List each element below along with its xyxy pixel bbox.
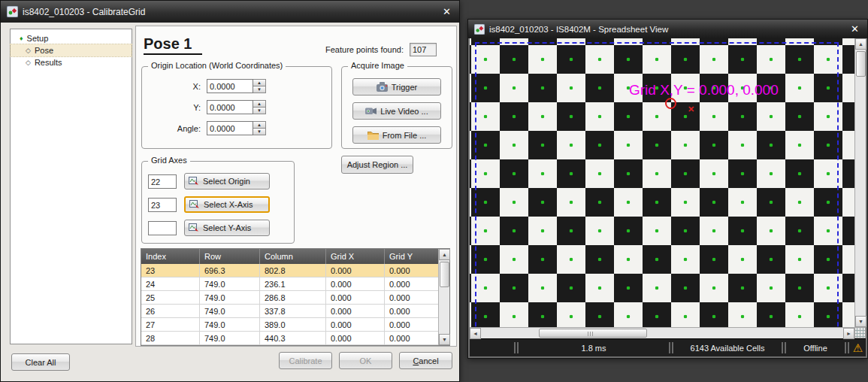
diamond-open-icon: ◇ bbox=[26, 47, 31, 54]
column-header[interactable]: Grid Y bbox=[385, 249, 438, 264]
trigger-button[interactable]: Trigger bbox=[352, 78, 441, 96]
y-axis-row: Select Y-Axis bbox=[148, 220, 294, 236]
spreadsheet-content: Grid X,Y = 0.000, 0.000 ✕ ▲ ▼ ◄ ► 1.8 ms bbox=[470, 38, 866, 356]
select-x-axis-button[interactable]: Select X-Axis bbox=[184, 196, 270, 213]
origin-marker-circle bbox=[665, 98, 676, 109]
feature-table-body: 23696.3802.80.0000.00024749.0236.10.0000… bbox=[141, 264, 438, 345]
table-row[interactable]: 23696.3802.80.0000.000 bbox=[141, 264, 438, 277]
table-cell: 0.000 bbox=[385, 332, 438, 345]
step-list: ♦ Setup ◇ Pose ◇ Results bbox=[10, 29, 132, 344]
table-row[interactable]: 27749.0389.00.0000.000 bbox=[141, 318, 438, 332]
scroll-up-icon[interactable]: ▲ bbox=[439, 249, 450, 260]
table-cell: 389.0 bbox=[260, 318, 326, 332]
y-field[interactable]: 0.0000 bbox=[207, 100, 253, 114]
from-file-button[interactable]: From File ... bbox=[352, 126, 441, 144]
horizontal-scrollbar[interactable]: ◄ ► bbox=[470, 327, 854, 338]
origin-axis-row: 22 Select Origin bbox=[148, 173, 294, 189]
scroll-down-icon[interactable]: ▼ bbox=[855, 316, 866, 327]
sidebar-item-setup[interactable]: ♦ Setup bbox=[11, 32, 132, 44]
table-cell: 25 bbox=[141, 291, 200, 305]
diamond-open-icon: ◇ bbox=[26, 59, 31, 66]
vertical-scrollbar[interactable]: ▲ ▼ bbox=[854, 38, 866, 327]
scroll-left-icon[interactable]: ◄ bbox=[470, 328, 481, 339]
select-x-axis-label: Select X-Axis bbox=[204, 200, 253, 209]
column-header[interactable]: Column bbox=[260, 249, 326, 264]
ok-label: OK bbox=[360, 356, 372, 365]
y-axis-index-field[interactable] bbox=[148, 221, 177, 235]
status-separator bbox=[785, 342, 786, 353]
scroll-right-icon[interactable]: ► bbox=[843, 328, 854, 339]
ok-button[interactable]: OK bbox=[339, 352, 392, 369]
origin-index-field[interactable]: 22 bbox=[148, 174, 177, 189]
select-y-axis-label: Select Y-Axis bbox=[203, 223, 251, 232]
spinner-up-icon[interactable]: ▲ bbox=[253, 79, 266, 86]
clear-all-button[interactable]: Clear All bbox=[11, 353, 70, 371]
table-cell: 0.000 bbox=[385, 305, 438, 318]
calibrate-label: Calibrate bbox=[289, 356, 322, 365]
spinner-down-icon[interactable]: ▼ bbox=[253, 86, 266, 93]
calibrate-button[interactable]: Calibrate bbox=[279, 352, 332, 369]
status-available-cells: 6143 Available Cells bbox=[674, 339, 781, 356]
table-cell: 749.0 bbox=[200, 291, 260, 305]
table-cell: 0.000 bbox=[385, 264, 438, 277]
select-point-icon bbox=[189, 223, 199, 233]
table-row[interactable]: 24749.0236.10.0000.000 bbox=[141, 277, 438, 291]
select-y-axis-button[interactable]: Select Y-Axis bbox=[184, 220, 270, 236]
spreadsheet-titlebar[interactable]: is8402_010203 - IS8402M - Spreadsheet Vi… bbox=[468, 20, 867, 38]
status-warning: ⚠ bbox=[850, 339, 866, 356]
table-row[interactable]: 26749.0337.80.0000.000 bbox=[141, 305, 438, 318]
angle-field[interactable]: 0.0000 bbox=[207, 121, 253, 135]
close-icon[interactable]: ✕ bbox=[440, 6, 453, 17]
calibrate-grid-titlebar[interactable]: is8402_010203 - CalibrateGrid ✕ bbox=[1, 1, 459, 23]
warning-icon: ⚠ bbox=[853, 341, 863, 355]
group-title: Acquire Image bbox=[348, 61, 407, 70]
scrollbar-thumb[interactable] bbox=[539, 329, 646, 338]
table-scrollbar[interactable]: ▲ ▼ bbox=[438, 249, 449, 345]
scroll-down-icon[interactable]: ▼ bbox=[439, 334, 450, 345]
scrollbar-thumb[interactable] bbox=[856, 51, 866, 77]
select-origin-button[interactable]: Select Origin bbox=[184, 173, 270, 189]
window-title: is8402_010203 - IS8402M - Spreadsheet Vi… bbox=[489, 25, 844, 34]
folder-icon bbox=[367, 131, 379, 140]
spinner-up-icon[interactable]: ▲ bbox=[253, 100, 266, 108]
table-cell: 0.000 bbox=[326, 277, 385, 291]
table-cell: 27 bbox=[141, 318, 200, 332]
status-time: 1.8 ms bbox=[519, 339, 668, 356]
trigger-button-label: Trigger bbox=[392, 83, 417, 92]
scrollbar-thumb[interactable] bbox=[440, 262, 449, 287]
scroll-up-icon[interactable]: ▲ bbox=[855, 38, 866, 50]
spinner-down-icon[interactable]: ▼ bbox=[253, 108, 266, 114]
resize-grip-icon bbox=[854, 327, 866, 338]
live-video-button-label: Live Video ... bbox=[380, 107, 428, 116]
table-row[interactable]: 28749.0440.30.0000.000 bbox=[141, 332, 438, 345]
x-field-row: X: 0.0000 ▲ ▼ bbox=[165, 79, 331, 93]
column-header[interactable]: Index bbox=[141, 249, 200, 264]
table-row[interactable]: 25749.0286.80.0000.000 bbox=[141, 291, 438, 305]
camera-icon bbox=[377, 82, 388, 92]
status-connection: Offline bbox=[787, 339, 844, 356]
spinner-up-icon[interactable]: ▲ bbox=[253, 121, 266, 129]
x-field[interactable]: 0.0000 bbox=[207, 79, 253, 93]
clear-all-label: Clear All bbox=[26, 358, 56, 367]
calibration-image[interactable]: Grid X,Y = 0.000, 0.000 ✕ bbox=[470, 38, 854, 327]
table-cell: 0.000 bbox=[385, 277, 438, 291]
from-file-button-label: From File ... bbox=[383, 131, 427, 140]
column-header[interactable]: Grid X bbox=[326, 249, 385, 264]
spinner-down-icon[interactable]: ▼ bbox=[253, 129, 266, 135]
status-separator bbox=[848, 342, 849, 353]
cancel-button[interactable]: Cancel bbox=[399, 352, 452, 369]
sidebar-item-results[interactable]: ◇ Results bbox=[11, 56, 132, 68]
table-cell: 0.000 bbox=[326, 305, 385, 318]
feature-table-header: IndexRowColumnGrid XGrid Y bbox=[141, 249, 438, 264]
adjust-region-button[interactable]: Adjust Region ... bbox=[341, 156, 413, 174]
table-cell: 749.0 bbox=[200, 305, 260, 318]
pose-panel: Pose 1 Feature points found: 107 Origin … bbox=[135, 26, 457, 347]
close-icon[interactable]: ✕ bbox=[848, 23, 861, 35]
x-axis-index-field[interactable]: 23 bbox=[148, 198, 177, 212]
sidebar-item-pose[interactable]: ◇ Pose bbox=[11, 44, 132, 56]
live-video-button[interactable]: Live Video ... bbox=[352, 102, 441, 120]
table-cell: 337.8 bbox=[260, 305, 326, 318]
y-field-row: Y: 0.0000 ▲ ▼ bbox=[165, 100, 331, 114]
table-cell: 0.000 bbox=[385, 318, 438, 332]
column-header[interactable]: Row bbox=[200, 249, 260, 264]
